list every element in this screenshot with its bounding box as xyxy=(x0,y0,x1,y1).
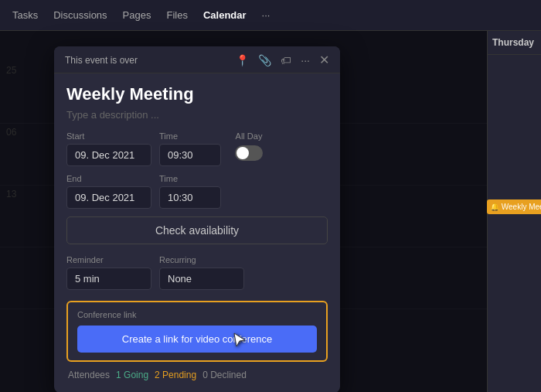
nav-tasks[interactable]: Tasks xyxy=(12,9,38,21)
event-badge[interactable]: 🔔 Weekly Mee... xyxy=(487,199,541,214)
reminder-label: Reminder xyxy=(66,255,151,264)
toggle-knob xyxy=(236,147,249,159)
close-icon[interactable]: ✕ xyxy=(319,54,329,66)
conference-section: Conference link Create a link for video … xyxy=(66,301,328,362)
event-title: Weekly Meeting xyxy=(66,84,328,104)
nav-more-icon[interactable]: ··· xyxy=(262,9,270,21)
start-time-col: Time 09:30 xyxy=(159,131,221,166)
end-field-group: End 09. Dec 2021 Time 10:30 xyxy=(66,174,328,209)
tag-icon[interactable]: 🏷 xyxy=(281,54,291,66)
all-day-label: All Day xyxy=(236,131,263,141)
reminder-group: Reminder 5 min xyxy=(66,255,151,290)
create-conference-button[interactable]: Create a link for video conference xyxy=(77,326,317,353)
end-date-col: End 09. Dec 2021 xyxy=(66,174,151,209)
recurring-select[interactable]: None xyxy=(159,268,244,290)
top-nav: Tasks Discussions Pages Files Calendar ·… xyxy=(0,0,541,31)
reminder-recurring-row: Reminder 5 min Recurring None xyxy=(66,255,328,290)
event-badge-icon: 🔔 xyxy=(490,203,499,211)
end-time-col: Time 10:30 xyxy=(159,174,221,209)
end-label: End xyxy=(66,174,151,183)
modal-actions: 📍 📎 🏷 ··· ✕ xyxy=(236,54,329,66)
attendees-going[interactable]: 1 Going xyxy=(116,370,148,380)
all-day-col: All Day xyxy=(235,131,263,161)
location-icon[interactable]: 📍 xyxy=(236,54,249,66)
attendees-label: Attendees xyxy=(68,370,110,380)
modal-body: Weekly Meeting Type a description ... St… xyxy=(54,73,340,392)
start-date-col: Start 09. Dec 2021 xyxy=(66,131,151,166)
all-day-toggle[interactable] xyxy=(235,145,263,161)
end-time-label: Time xyxy=(159,174,221,183)
attachment-icon[interactable]: 📎 xyxy=(258,54,271,66)
attendees-row: Attendees 1 Going 2 Pending 0 Declined xyxy=(66,370,328,380)
nav-pages[interactable]: Pages xyxy=(123,9,151,21)
event-description[interactable]: Type a description ... xyxy=(66,109,328,121)
attendees-declined[interactable]: 0 Declined xyxy=(202,370,247,380)
modal-overlay: This event is over 📍 📎 🏷 ··· ✕ Weekly Me… xyxy=(0,31,487,392)
start-field-group: Start 09. Dec 2021 Time 09:30 All Day xyxy=(66,131,328,166)
end-time-input[interactable]: 10:30 xyxy=(159,186,221,209)
check-availability-button[interactable]: Check availability xyxy=(66,216,328,244)
recurring-group: Recurring None xyxy=(159,255,244,290)
event-modal: This event is over 📍 📎 🏷 ··· ✕ Weekly Me… xyxy=(54,46,340,392)
attendees-pending[interactable]: 2 Pending xyxy=(155,370,196,380)
conference-label: Conference link xyxy=(77,310,317,319)
event-badge-text: Weekly Mee... xyxy=(502,203,541,211)
nav-files[interactable]: Files xyxy=(166,9,187,21)
nav-calendar[interactable]: Calendar xyxy=(203,9,247,21)
more-icon[interactable]: ··· xyxy=(301,54,310,66)
modal-status: This event is over xyxy=(65,55,138,66)
end-date-input[interactable]: 09. Dec 2021 xyxy=(66,186,151,209)
start-date-input[interactable]: 09. Dec 2021 xyxy=(66,144,151,166)
recurring-label: Recurring xyxy=(159,255,244,264)
start-time-input[interactable]: 09:30 xyxy=(159,144,221,166)
start-label: Start xyxy=(66,131,151,141)
nav-discussions[interactable]: Discussions xyxy=(53,9,107,21)
start-time-label: Time xyxy=(159,131,221,141)
reminder-select[interactable]: 5 min xyxy=(66,268,151,290)
right-panel-header: Thursday xyxy=(488,31,541,55)
modal-header: This event is over 📍 📎 🏷 ··· ✕ xyxy=(54,46,340,73)
